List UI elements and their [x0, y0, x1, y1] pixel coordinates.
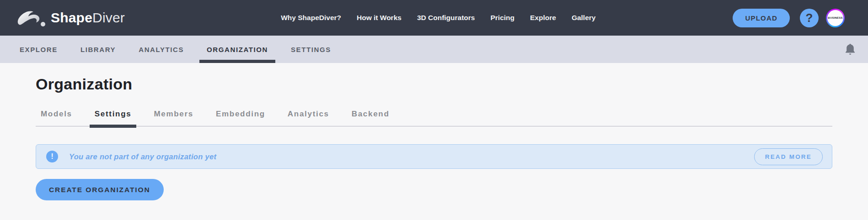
tab-models[interactable]: Models [36, 110, 77, 126]
info-icon: ! [46, 151, 58, 162]
brand-name-bold: Shape [51, 10, 92, 26]
subnav-tab-analytics[interactable]: ANALYTICS [131, 36, 191, 63]
subnav-tab-library[interactable]: LIBRARY [73, 36, 123, 63]
read-more-button[interactable]: READ MORE [754, 148, 823, 165]
alert-message: You are not part of any organization yet [69, 152, 216, 161]
subnav-tab-settings[interactable]: SETTINGS [284, 36, 338, 63]
top-link-why-shapediver[interactable]: Why ShapeDiver? [281, 14, 341, 22]
organization-tabs: Models Settings Members Embedding Analyt… [36, 110, 832, 126]
top-link-explore[interactable]: Explore [530, 14, 556, 22]
notifications-bell-icon[interactable] [844, 36, 856, 63]
top-link-how-it-works[interactable]: How it Works [357, 14, 402, 22]
top-link-3d-configurators[interactable]: 3D Configurators [417, 14, 475, 22]
top-link-gallery[interactable]: Gallery [572, 14, 596, 22]
brand-name: ShapeDiver [51, 10, 125, 26]
topbar-links: Why ShapeDiver? How it Works 3D Configur… [281, 14, 595, 22]
tab-analytics[interactable]: Analytics [283, 110, 334, 126]
top-link-pricing[interactable]: Pricing [490, 14, 514, 22]
create-organization-button[interactable]: CREATE ORGANIZATION [36, 179, 164, 200]
tab-settings[interactable]: Settings [90, 110, 137, 126]
subnav: EXPLORE LIBRARY ANALYTICS ORGANIZATION S… [0, 36, 868, 63]
page-title: Organization [36, 75, 832, 93]
main-content: Organization Models Settings Members Emb… [0, 63, 868, 200]
topbar: ShapeDiver Why ShapeDiver? How it Works … [0, 0, 868, 36]
avatar[interactable]: BUSINESS [826, 9, 845, 27]
no-organization-alert: ! You are not part of any organization y… [36, 144, 832, 169]
avatar-business-badge: BUSINESS [827, 10, 843, 26]
shapediver-logo[interactable]: ShapeDiver [16, 8, 125, 27]
brand-name-light: Diver [92, 10, 125, 26]
subnav-tab-explore[interactable]: EXPLORE [12, 36, 65, 63]
wave-logo-icon [16, 8, 46, 27]
upload-button[interactable]: UPLOAD [733, 9, 790, 27]
subnav-spacer [347, 36, 844, 63]
subnav-tab-organization[interactable]: ORGANIZATION [199, 36, 275, 63]
tab-members[interactable]: Members [149, 110, 198, 126]
tab-embedding[interactable]: Embedding [211, 110, 270, 126]
help-icon[interactable]: ? [800, 9, 819, 27]
topbar-actions: UPLOAD ? BUSINESS [733, 9, 845, 27]
tab-backend[interactable]: Backend [347, 110, 395, 126]
